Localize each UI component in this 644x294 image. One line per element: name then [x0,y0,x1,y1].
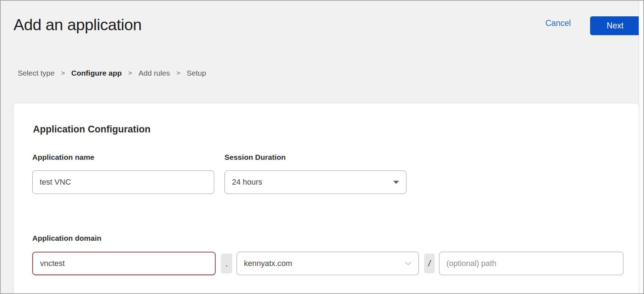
subdomain-input[interactable] [32,252,216,275]
application-name-label: Application name [32,153,94,162]
domain-select[interactable]: kennyatx.com [237,252,419,275]
domain-value: kennyatx.com [244,259,292,268]
domain-slash-separator: / [424,254,435,273]
session-duration-label: Session Duration [224,153,286,162]
cancel-button[interactable]: Cancel [545,18,571,28]
session-duration-select[interactable]: 24 hours [224,170,406,194]
breadcrumb-step-select-type[interactable]: Select type [18,69,55,77]
path-input[interactable] [439,252,623,275]
breadcrumb-separator-icon: > [128,69,132,77]
breadcrumb-separator-icon: > [176,69,180,77]
application-domain-label: Application domain [32,234,101,243]
next-button[interactable]: Next [590,16,640,35]
dropdown-triangle-icon [393,180,400,184]
vertical-scrollbar[interactable] [639,1,643,293]
card-heading: Application Configuration [33,124,150,135]
breadcrumb-step-configure-app[interactable]: Configure app [71,69,122,77]
domain-dot-separator: . [221,254,232,273]
session-duration-value: 24 hours [232,178,262,187]
page-title: Add an application [13,16,141,34]
application-name-input[interactable] [32,170,214,194]
breadcrumb-step-add-rules[interactable]: Add rules [138,69,170,77]
breadcrumb-step-setup[interactable]: Setup [187,69,206,77]
application-configuration-card: Application Configuration Application na… [13,103,639,294]
breadcrumb-separator-icon: > [61,69,65,77]
breadcrumb: Select type > Configure app > Add rules … [18,69,206,77]
add-application-page: Add an application Cancel Next Select ty… [0,0,644,294]
chevron-down-icon [404,261,412,266]
